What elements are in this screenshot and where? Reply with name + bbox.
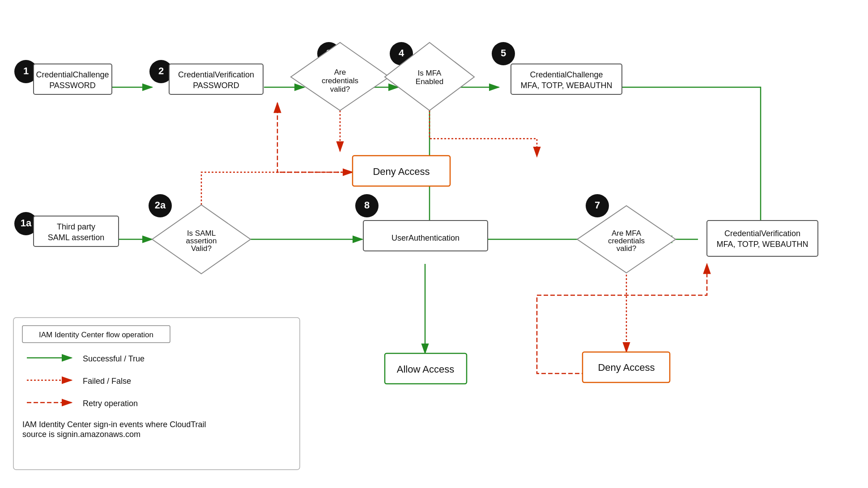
flowchart-diagram: 1 CredentialChallenge PASSWORD 2 Credent… <box>0 0 868 488</box>
legend-footnote-line1: IAM Identity Center sign-in events where… <box>22 420 206 429</box>
node-3-text-line3: valid? <box>330 85 350 93</box>
node-1a-label: 1a <box>21 217 32 229</box>
node-1-text-line1: CredentialChallenge <box>36 70 109 79</box>
allow-access: Allow Access <box>385 353 467 384</box>
legend-footnote-line2: source is signin.amazonaws.com <box>22 430 140 439</box>
deny-1-text: Deny Access <box>373 166 430 177</box>
node-1a-text-line2: SAML assertion <box>48 233 104 242</box>
deny-access-2: Deny Access <box>583 352 670 382</box>
node-7-label: 7 <box>595 199 600 211</box>
svg-rect-13 <box>511 64 622 94</box>
node-8-text: UserAuthentication <box>391 233 460 242</box>
legend-success-label: Successful / True <box>83 354 145 363</box>
node-5-text-line2: MFA, TOTP, WEBAUTHN <box>520 81 612 90</box>
node-4-text-line2: Enabled <box>416 77 443 86</box>
node-4: 4 Is MFA Enabled <box>385 42 474 110</box>
legend-retry-label: Retry operation <box>83 399 138 408</box>
arrow-4-deny-path <box>430 110 537 157</box>
legend-title: IAM Identity Center flow operation <box>39 331 153 339</box>
node-2-text-line2: PASSWORD <box>193 81 239 90</box>
node-2a: 2a Is SAML assertion Valid? <box>149 194 251 274</box>
node-7: 7 Are MFA credentials valid? <box>577 194 676 273</box>
node-5: 5 CredentialChallenge MFA, TOTP, WEBAUTH… <box>492 42 622 94</box>
node-3-text-line2: credentials <box>322 76 358 85</box>
legend-failed-label: Failed / False <box>83 377 131 386</box>
svg-rect-14 <box>707 221 818 256</box>
node-3: 3 Are credentials valid? <box>291 42 389 110</box>
node-7-text-line3: valid? <box>617 244 636 253</box>
node-3-text-line1: Are <box>334 68 346 76</box>
legend: IAM Identity Center flow operation Succe… <box>13 318 300 470</box>
node-1a-text-line1: Third party <box>57 222 95 231</box>
node-1: 1 CredentialChallenge PASSWORD <box>14 60 112 94</box>
node-2-label: 2 <box>158 65 164 76</box>
deny-2-text: Deny Access <box>598 362 655 373</box>
deny-access-1: Deny Access <box>353 156 450 186</box>
node-5-label: 5 <box>501 47 506 59</box>
node-1-text-line2: PASSWORD <box>49 81 96 90</box>
node-2-text-line1: CredentialVerification <box>178 70 254 79</box>
node-2: 2 CredentialVerification PASSWORD <box>149 60 263 94</box>
node-6-text-line1: CredentialVerification <box>724 229 800 238</box>
node-8: 8 UserAuthentication <box>355 194 488 251</box>
node-8-label: 8 <box>364 199 370 211</box>
node-1a: 1a Third party SAML assertion <box>14 212 119 246</box>
node-4-text-line1: Is MFA <box>418 69 442 77</box>
svg-rect-20 <box>34 216 119 246</box>
svg-rect-6 <box>169 64 263 94</box>
svg-rect-4 <box>34 64 112 94</box>
node-5-text-line1: CredentialChallenge <box>530 70 603 79</box>
node-2a-text-line3: Valid? <box>191 244 212 253</box>
arrow-deny-retry-to-2 <box>277 103 353 172</box>
node-2a-label: 2a <box>155 199 166 211</box>
arrow-2a-deny <box>201 172 353 219</box>
allow-text: Allow Access <box>397 364 454 375</box>
node-6-text-line2: MFA, TOTP, WEBAUTHN <box>716 240 808 249</box>
node-4-label: 4 <box>399 47 404 59</box>
node-6: CredentialVerification MFA, TOTP, WEBAUT… <box>707 221 818 256</box>
node-1-label: 1 <box>23 65 29 76</box>
